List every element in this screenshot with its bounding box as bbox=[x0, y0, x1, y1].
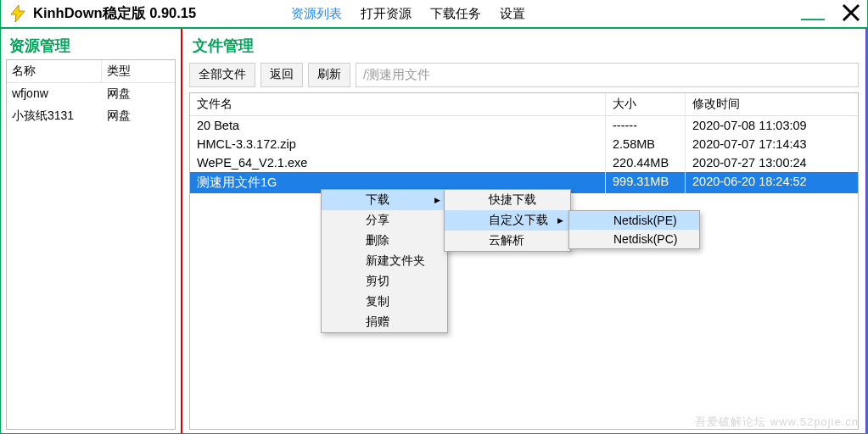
btn-refresh[interactable]: 刷新 bbox=[308, 63, 350, 87]
file-table-header: 文件名 大小 修改时间 bbox=[190, 93, 858, 116]
chevron-right-icon: ▶ bbox=[434, 196, 440, 204]
col-name[interactable]: 名称 bbox=[7, 60, 102, 82]
menu-item[interactable]: 剪切 bbox=[322, 271, 447, 292]
file-mtime: 2020-06-20 18:24:52 bbox=[686, 172, 858, 193]
sidebar: 资源管理 名称 类型 wfjonw网盘小孩纸3131网盘 bbox=[1, 29, 182, 433]
toolbar: 全部文件 返回 刷新 /测速用文件 bbox=[189, 63, 859, 87]
resource-row[interactable]: wfjonw网盘 bbox=[7, 83, 175, 105]
col-mtime[interactable]: 修改时间 bbox=[686, 93, 858, 115]
menu-item[interactable]: 捐赠 bbox=[322, 312, 447, 332]
menu-item[interactable]: 复制 bbox=[322, 292, 447, 312]
watermark: 吾爱破解论坛 www.52pojie.cn bbox=[695, 415, 859, 430]
resource-table-header: 名称 类型 bbox=[7, 60, 175, 83]
app-title: KinhDown稳定版 0.90.15 bbox=[31, 4, 196, 23]
file-mtime: 2020-07-07 17:14:43 bbox=[686, 135, 858, 153]
menu-item[interactable]: 自定义下载▶ bbox=[445, 210, 570, 231]
menu-item[interactable]: 云解析 bbox=[445, 231, 570, 251]
menu-item[interactable]: 删除 bbox=[322, 231, 447, 251]
menu-item[interactable]: 新建文件夹 bbox=[322, 251, 447, 271]
minimize-button[interactable]: — bbox=[801, 14, 825, 22]
nav-resource-list[interactable]: 资源列表 bbox=[289, 4, 344, 24]
window-controls: — bbox=[801, 2, 862, 26]
resource-row[interactable]: 小孩纸3131网盘 bbox=[7, 105, 175, 127]
file-size: 999.31MB bbox=[606, 172, 686, 193]
file-size: 220.44MB bbox=[606, 153, 686, 172]
chevron-right-icon: ▶ bbox=[557, 216, 563, 225]
btn-back[interactable]: 返回 bbox=[260, 63, 303, 87]
file-mtime: 2020-07-27 13:00:24 bbox=[686, 153, 858, 172]
file-name: WePE_64_V2.1.exe bbox=[190, 153, 606, 172]
resource-name: 小孩纸3131 bbox=[7, 105, 102, 127]
file-name: 20 Beta bbox=[190, 116, 606, 135]
main-title: 文件管理 bbox=[189, 34, 859, 59]
file-size: 2.58MB bbox=[606, 135, 686, 153]
file-table: 文件名 大小 修改时间 20 Beta------2020-07-08 11:0… bbox=[189, 92, 859, 430]
nav-settings[interactable]: 设置 bbox=[498, 4, 527, 24]
path-input[interactable]: /测速用文件 bbox=[356, 63, 859, 87]
file-name: HMCL-3.3.172.zip bbox=[190, 135, 606, 153]
custom-download-submenu[interactable]: Netdisk(PE)Netdisk(PC) bbox=[568, 210, 700, 249]
nav-bar: 资源列表 打开资源 下载任务 设置 bbox=[289, 4, 527, 24]
sidebar-title: 资源管理 bbox=[6, 34, 176, 59]
resource-type: 网盘 bbox=[102, 83, 175, 105]
resource-type: 网盘 bbox=[102, 105, 175, 127]
title-bar: KinhDown稳定版 0.90.15 资源列表 打开资源 下载任务 设置 — bbox=[1, 0, 867, 29]
menu-item[interactable]: Netdisk(PE) bbox=[569, 211, 699, 230]
svg-marker-0 bbox=[11, 5, 25, 22]
col-type[interactable]: 类型 bbox=[102, 60, 175, 82]
resource-table: 名称 类型 wfjonw网盘小孩纸3131网盘 bbox=[6, 59, 176, 430]
file-mtime: 2020-07-08 11:03:09 bbox=[686, 116, 858, 135]
col-size[interactable]: 大小 bbox=[606, 93, 686, 115]
btn-all-files[interactable]: 全部文件 bbox=[189, 63, 255, 87]
nav-open-resource[interactable]: 打开资源 bbox=[359, 4, 413, 24]
menu-item[interactable]: 快捷下载 bbox=[445, 190, 570, 210]
file-row[interactable]: WePE_64_V2.1.exe220.44MB2020-07-27 13:00… bbox=[190, 153, 858, 172]
file-size: ------ bbox=[606, 116, 686, 135]
app-icon bbox=[8, 3, 28, 24]
menu-item[interactable]: 下载▶ bbox=[322, 190, 447, 210]
menu-item[interactable]: Netdisk(PC) bbox=[569, 230, 699, 248]
col-filename[interactable]: 文件名 bbox=[190, 93, 606, 115]
download-submenu[interactable]: 快捷下载自定义下载▶云解析 bbox=[444, 189, 571, 252]
context-menu[interactable]: 下载▶分享删除新建文件夹剪切复制捐赠 bbox=[321, 189, 448, 333]
nav-download-tasks[interactable]: 下载任务 bbox=[428, 4, 483, 24]
resource-name: wfjonw bbox=[7, 83, 102, 105]
close-button[interactable] bbox=[840, 2, 862, 26]
menu-item[interactable]: 分享 bbox=[322, 210, 447, 231]
file-row[interactable]: HMCL-3.3.172.zip2.58MB2020-07-07 17:14:4… bbox=[190, 135, 858, 153]
file-row[interactable]: 20 Beta------2020-07-08 11:03:09 bbox=[190, 116, 858, 135]
